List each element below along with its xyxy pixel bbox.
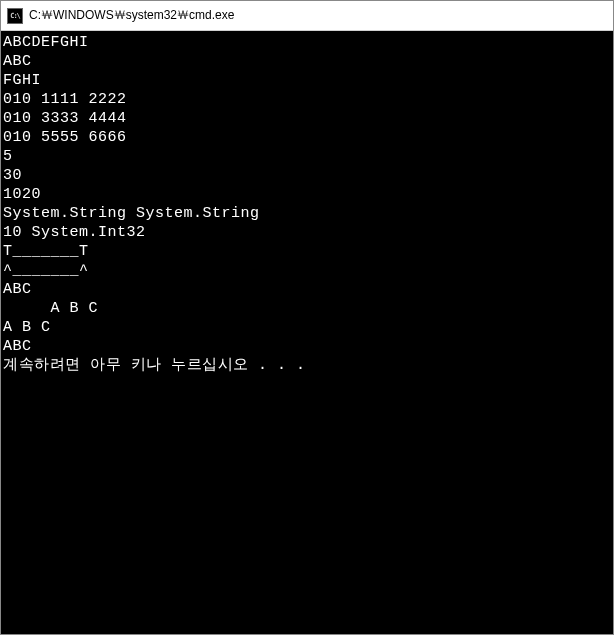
console-line: ABC — [3, 52, 611, 71]
cmd-window: C:\ C:￦WINDOWS￦system32￦cmd.exe ABCDEFGH… — [0, 0, 614, 635]
console-line: ABCDEFGHI — [3, 33, 611, 52]
console-line: ABC — [3, 280, 611, 299]
console-line: ABC — [3, 337, 611, 356]
console-line: System.String System.String — [3, 204, 611, 223]
console-line: ^_______^ — [3, 261, 611, 280]
cmd-icon: C:\ — [7, 8, 23, 24]
window-title: C:￦WINDOWS￦system32￦cmd.exe — [29, 7, 234, 24]
console-line: 1020 — [3, 185, 611, 204]
console-line: 5 — [3, 147, 611, 166]
console-line: 30 — [3, 166, 611, 185]
console-output[interactable]: ABCDEFGHIABCFGHI010 1111 2222010 3333 44… — [1, 31, 613, 634]
console-line: 010 1111 2222 — [3, 90, 611, 109]
console-line: A B C — [3, 318, 611, 337]
titlebar[interactable]: C:\ C:￦WINDOWS￦system32￦cmd.exe — [1, 1, 613, 31]
console-line: FGHI — [3, 71, 611, 90]
console-line: A B C — [3, 299, 611, 318]
console-line: 10 System.Int32 — [3, 223, 611, 242]
console-line: 계속하려면 아무 키나 누르십시오 . . . — [3, 356, 611, 375]
console-line: 010 3333 4444 — [3, 109, 611, 128]
console-line: 010 5555 6666 — [3, 128, 611, 147]
console-line: T_______T — [3, 242, 611, 261]
